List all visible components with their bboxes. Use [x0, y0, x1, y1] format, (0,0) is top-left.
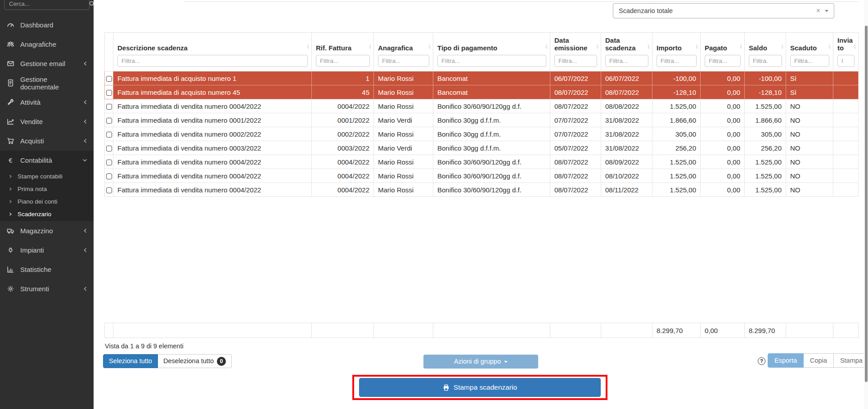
column-header-inviato[interactable]: Inviato ▲▼ [833, 33, 859, 71]
sidebar-item-anagrafiche[interactable]: Anagrafiche [0, 35, 94, 54]
column-header-rif-fattura[interactable]: Rif. Fattura ▲▼ [312, 33, 374, 71]
cell-tipo: Bonifico 30gg d.f.f.m. [433, 127, 550, 141]
table-row[interactable]: Fattura immediata di vendita numero 0004… [105, 155, 859, 169]
sort-icon[interactable]: ▲▼ [428, 44, 431, 49]
table-row[interactable]: Fattura immediata di vendita numero 0004… [105, 99, 859, 113]
sidebar-subitem-label: Prima nota [18, 186, 47, 192]
plug-icon [7, 246, 14, 254]
sidebar-item-magazzino[interactable]: Magazzino [0, 221, 94, 240]
sidebar-item-vendite[interactable]: Vendite [0, 112, 94, 131]
row-checkbox[interactable] [106, 146, 112, 151]
sort-icon[interactable]: ▲▼ [781, 44, 784, 49]
scrollbar-thumb[interactable] [865, 26, 868, 382]
row-checkbox[interactable] [106, 104, 112, 110]
scrollbar-track[interactable] [864, 0, 868, 409]
deselect-all-button[interactable]: Deseleziona tutto 0 [158, 354, 232, 368]
row-checkbox[interactable] [106, 173, 112, 179]
filter-input[interactable] [749, 55, 782, 67]
sidebar-item-attivita[interactable]: Attività [0, 93, 94, 112]
help-icon[interactable]: ? [758, 357, 765, 365]
column-header-saldo[interactable]: Saldo ▲▼ [745, 33, 786, 71]
sidebar-subitem-piano-dei-conti[interactable]: Piano dei conti [0, 195, 94, 208]
sort-icon[interactable]: ▲▼ [306, 44, 310, 49]
sidebar-item-gestione-documentale[interactable]: Gestione documentale [0, 73, 94, 93]
sort-icon[interactable]: ▲▼ [545, 44, 548, 49]
copy-button[interactable]: Copia [804, 353, 834, 368]
column-header-importo[interactable]: Importo ▲▼ [652, 33, 701, 71]
cell-importo: 256,20 [652, 141, 701, 155]
column-header-pagato[interactable]: Pagato ▲▼ [701, 33, 745, 71]
sidebar-item-statistiche[interactable]: Statistiche [0, 260, 94, 279]
filter-input[interactable] [378, 55, 429, 67]
row-checkbox[interactable] [106, 118, 112, 124]
select-all-button[interactable]: Seleziona tutto [103, 354, 158, 368]
cell-scaduto: NO [786, 127, 833, 141]
sidebar-subitem-stampe-contabili[interactable]: Stampe contabili [0, 170, 94, 182]
cell-saldo: 1.525,00 [745, 99, 786, 113]
table-row[interactable]: Fattura immediata di vendita numero 0001… [105, 113, 859, 127]
sort-icon[interactable]: ▲▼ [647, 44, 650, 49]
sort-icon[interactable]: ▲▼ [596, 44, 599, 49]
column-header-data-scadenza[interactable]: Data scadenza ▲▼ [601, 33, 652, 71]
sort-icon[interactable]: ▲▼ [369, 44, 372, 49]
row-select-cell [105, 169, 113, 183]
filter-input[interactable] [790, 55, 829, 67]
filter-input[interactable] [705, 55, 741, 67]
column-header-tipo-pagamento[interactable]: Tipo di pagamento ▲▼ [433, 33, 550, 71]
sort-icon[interactable]: ▲▼ [853, 44, 856, 49]
cell-emissione: 08/07/2022 [550, 99, 601, 113]
wrench-icon [7, 98, 14, 106]
row-checkbox[interactable] [106, 76, 112, 82]
table-row[interactable]: Fattura immediata di vendita numero 0004… [105, 183, 859, 197]
cell-tipo: Bancomat [433, 71, 550, 85]
print-button[interactable]: Stampa [834, 353, 868, 368]
row-checkbox[interactable] [106, 187, 112, 193]
table-row[interactable]: Fattura immediata di vendita numero 0004… [105, 169, 859, 183]
filter-input[interactable] [605, 55, 648, 67]
filter-input[interactable] [837, 55, 855, 67]
cell-scaduto: NO [786, 169, 833, 183]
sidebar-item-acquisti[interactable]: Acquisti [0, 131, 94, 151]
totals-empty [312, 323, 374, 338]
filter-input[interactable] [657, 55, 697, 67]
sidebar-item-label: Acquisti [20, 137, 44, 145]
print-schedule-button[interactable]: Stampa scadenzario [359, 378, 601, 397]
column-header-data-emissione[interactable]: Data emissione ▲▼ [550, 33, 601, 71]
chevron-left-icon [83, 286, 87, 291]
sidebar-item-contabilita[interactable]: € Contabilità [0, 151, 94, 170]
table-row[interactable]: Fattura immediata di acquisto numero 454… [105, 85, 859, 99]
filter-input[interactable] [437, 55, 546, 67]
column-header-scaduto[interactable]: Scaduto ▲▼ [786, 33, 833, 71]
row-checkbox[interactable] [106, 160, 112, 165]
sidebar-item-gestione-email[interactable]: Gestione email [0, 54, 94, 73]
report-select[interactable]: Scadenzario totale × [613, 3, 834, 18]
sidebar-item-dashboard[interactable]: Dashboard [0, 15, 94, 35]
filter-input[interactable] [316, 55, 370, 67]
chevron-left-icon [83, 138, 87, 143]
group-actions-button[interactable]: Azioni di gruppo [423, 355, 538, 369]
column-label: Importo [657, 44, 697, 52]
sort-icon[interactable]: ▲▼ [695, 44, 698, 49]
filter-input[interactable] [554, 55, 597, 67]
row-select-cell [105, 141, 113, 155]
table-row[interactable]: Fattura immediata di vendita numero 0002… [105, 127, 859, 141]
sidebar-subitem-scadenzario[interactable]: Scadenzario [0, 208, 94, 220]
clear-icon[interactable]: × [812, 7, 825, 15]
sort-icon[interactable]: ▲▼ [739, 44, 742, 49]
sidebar-item-impianti[interactable]: Impianti [0, 240, 94, 260]
search-icon[interactable] [89, 1, 95, 7]
sidebar-item-strumenti[interactable]: Strumenti [0, 279, 94, 298]
row-checkbox[interactable] [106, 132, 112, 138]
sidebar-subitem-prima-nota[interactable]: Prima nota [0, 182, 94, 195]
table-row[interactable]: Fattura immediata di acquisto numero 11M… [105, 71, 859, 85]
sort-icon[interactable]: ▲▼ [828, 44, 831, 49]
column-header-anagrafica[interactable]: Anagrafica ▲▼ [374, 33, 433, 71]
row-checkbox[interactable] [106, 90, 112, 96]
filter-input[interactable] [117, 55, 308, 67]
export-button[interactable]: Esporta [768, 353, 804, 368]
table-row[interactable]: Fattura immediata di vendita numero 0003… [105, 141, 859, 155]
cell-tipo: Bonifico 30gg d.f.f.m. [433, 141, 550, 155]
search-input[interactable] [8, 0, 89, 8]
deselect-all-label: Deseleziona tutto [163, 355, 214, 368]
column-header-descrizione[interactable]: Descrizione scadenza ▲▼ [113, 33, 312, 71]
